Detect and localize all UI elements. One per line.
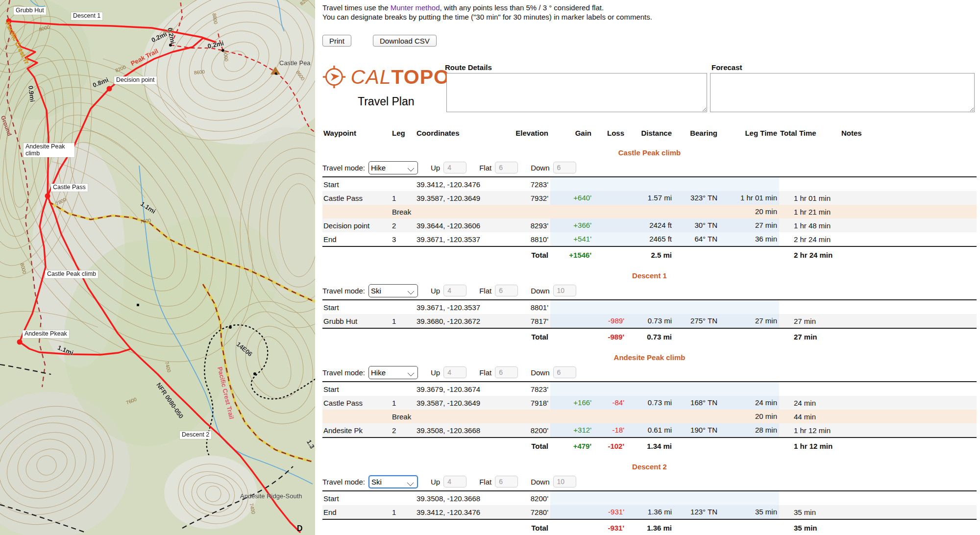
cell-total: -989' — [593, 333, 626, 341]
break-row: Break20 min1 hr 21 min — [322, 205, 977, 219]
intro-line1-pre: Travel times use the — [322, 3, 391, 12]
cell-bearing — [674, 382, 719, 396]
up-rate-input[interactable] — [443, 476, 466, 487]
section-title: Descent 2 — [322, 461, 977, 473]
cell-leg_time: 20 min — [719, 205, 779, 219]
topo-map[interactable]: Grubb HutDescent 1Decision pointAndesite… — [0, 0, 315, 535]
column-header-loss: Loss — [593, 129, 626, 137]
travel-mode-select[interactable]: Hike — [368, 366, 418, 379]
up-rate-input[interactable] — [443, 285, 466, 296]
cell-gain — [550, 314, 593, 328]
table-row: Andesite Pk239.3508, -120.36688200'+312'… — [322, 423, 977, 437]
down-rate-input[interactable] — [553, 476, 576, 487]
cell-total: +1546' — [550, 251, 593, 259]
travel-mode-select[interactable]: Ski — [368, 475, 418, 488]
waypoint-dot-castle-pass[interactable] — [45, 194, 50, 199]
cell-leg: 1 — [391, 508, 416, 516]
flat-rate-input[interactable] — [495, 476, 518, 487]
cell-leg_time — [719, 177, 779, 191]
cell-waypoint: Grubb Hut — [322, 317, 391, 325]
cell-bearing — [674, 491, 719, 505]
forecast-textarea[interactable] — [710, 73, 975, 112]
down-rate-input[interactable] — [553, 366, 576, 378]
waypoint-dot-decision-point[interactable] — [107, 86, 112, 92]
section-rows: Start39.3671, -120.35378801'Grubb Hut139… — [322, 299, 977, 328]
cell-bearing: 64° TN — [674, 232, 719, 246]
cell-elevation: 7283' — [496, 180, 550, 189]
cell-leg_time — [719, 491, 779, 505]
intro-line1-post: , with any points less than 5% / 3 ° con… — [440, 3, 604, 12]
travel-mode-select[interactable]: Hike — [368, 161, 418, 174]
up-rate-input[interactable] — [443, 162, 466, 173]
cell-loss — [593, 205, 626, 219]
waypoint-dot-andesite-pk[interactable] — [17, 340, 23, 345]
page-title: Travel Plan — [358, 95, 450, 108]
total-label: Total — [496, 524, 550, 532]
cell-loss — [593, 491, 626, 505]
cell-leg: Break — [391, 208, 416, 216]
cell-gain: +640' — [550, 191, 593, 205]
cell-gain: +366' — [550, 219, 593, 232]
cell-bearing — [674, 177, 719, 191]
cell-gain: +312' — [550, 423, 593, 437]
cell-coords: 39.3508, -120.3668 — [416, 426, 496, 435]
up-rate-input[interactable] — [443, 366, 466, 378]
cell-bearing: 275° TN — [674, 314, 719, 328]
cell-total_time: 1 hr 21 min — [779, 208, 840, 216]
cell-distance — [626, 205, 674, 219]
print-button[interactable]: Print — [322, 35, 351, 47]
cell-bearing: 323° TN — [674, 191, 719, 205]
caltopo-logo: CALTOPO Travel Plan — [322, 62, 450, 108]
travel-mode-row: Travel mode:HikeUpFlatDown — [322, 364, 977, 381]
cell-distance — [626, 382, 674, 396]
total-label: Total — [496, 333, 550, 341]
cell-distance: 0.61 mi — [626, 423, 674, 437]
download-csv-button[interactable]: Download CSV — [373, 35, 437, 47]
cell-elevation: 8810' — [496, 235, 550, 243]
cell-loss — [593, 300, 626, 314]
cell-loss — [593, 410, 626, 423]
toolbar: Print Download CSV — [322, 35, 437, 47]
munter-method-link[interactable]: Munter method — [391, 3, 440, 12]
cell-gain — [550, 410, 593, 423]
flat-rate-input[interactable] — [495, 162, 518, 173]
cell-total: -102' — [593, 442, 626, 450]
down-rate-input[interactable] — [553, 162, 576, 173]
cell-bearing: 123° TN — [674, 505, 719, 519]
cell-leg: 2 — [391, 426, 416, 435]
column-header-leg: Leg — [391, 129, 416, 137]
cell-loss: -18' — [593, 423, 626, 437]
cell-waypoint: End — [322, 235, 391, 243]
column-header-gain: Gain — [550, 129, 593, 137]
cell-leg_time: 27 min — [719, 314, 779, 328]
cell-total: 27 min — [779, 333, 840, 341]
total-label: Total — [496, 442, 550, 450]
travel-mode-label: Travel mode: — [322, 164, 365, 172]
cell-waypoint: Start — [322, 180, 391, 189]
waypoint-dot-grubb-hut[interactable] — [6, 19, 12, 24]
travel-mode-select[interactable]: Ski — [368, 284, 418, 297]
down-rate-input[interactable] — [553, 285, 576, 296]
cell-total_time: 2 hr 24 min — [779, 235, 840, 243]
section-rows: Start39.3679, -120.36747823'Castle Pass1… — [322, 381, 977, 437]
cell-waypoint: End — [322, 508, 391, 516]
cell-leg_time: 27 min — [719, 219, 779, 232]
flat-rate-input[interactable] — [495, 366, 518, 378]
column-header-bearing: Bearing — [674, 129, 719, 137]
up-rate-label: Up — [431, 478, 440, 486]
flat-rate-input[interactable] — [495, 285, 518, 296]
column-header-notes: Notes — [840, 129, 977, 137]
cell-coords: 39.3412, -120.3476 — [416, 508, 496, 516]
cell-elevation: 7817' — [496, 317, 550, 325]
cell-loss: -84' — [593, 396, 626, 410]
total-row: Total+479'-102'1.34 mi1 hr 12 min — [322, 437, 977, 454]
cell-loss — [593, 219, 626, 232]
cell-coords: 39.3587, -120.3649 — [416, 399, 496, 407]
cell-leg: 3 — [391, 235, 416, 243]
cell-coords: 39.3680, -120.3672 — [416, 317, 496, 325]
cell-loss — [593, 382, 626, 396]
cell-elevation: 7932' — [496, 194, 550, 202]
up-rate-label: Up — [431, 368, 440, 377]
route-details-textarea[interactable] — [446, 73, 707, 112]
cell-leg_time: 36 min — [719, 232, 779, 246]
